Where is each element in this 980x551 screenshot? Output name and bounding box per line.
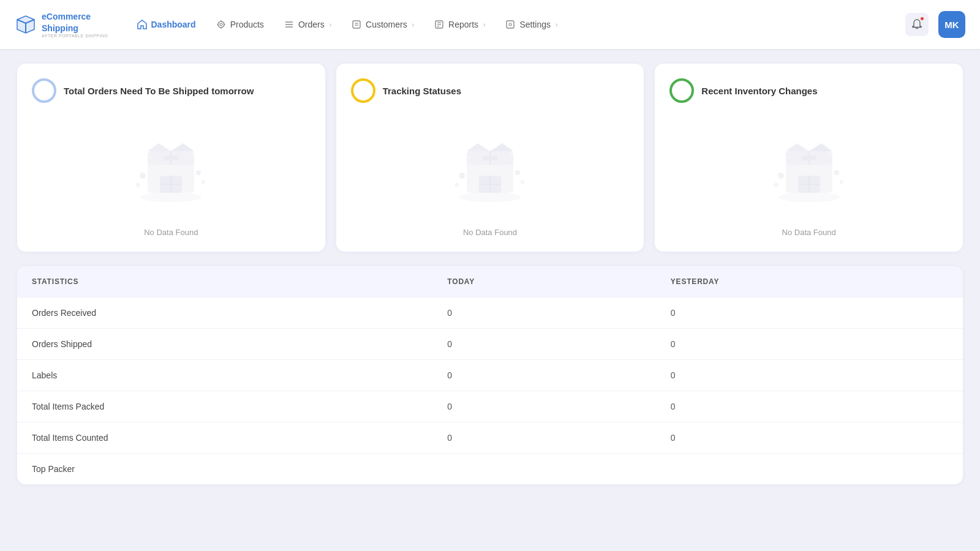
settings-chevron: › (556, 21, 557, 28)
status-ring-blue (32, 78, 56, 103)
table-row: Total Items Counted 0 0 (17, 422, 963, 454)
notification-dot (920, 17, 924, 21)
stats-col-header-yesterday: YESTERDAY (656, 266, 963, 298)
status-ring-yellow (351, 78, 375, 103)
stats-row-yesterday: 0 (656, 422, 963, 454)
svg-point-42 (467, 156, 470, 159)
card-body-tracking: No Data Found (351, 113, 630, 237)
card-title-total-orders: Total Orders Need To Be Shipped tomorrow (64, 86, 254, 96)
svg-point-32 (459, 192, 521, 202)
svg-point-37 (459, 173, 465, 179)
stats-row-yesterday: 0 (656, 329, 963, 360)
user-avatar-button[interactable]: MK (938, 11, 965, 38)
svg-rect-22 (164, 156, 178, 160)
nav-item-orders[interactable]: Orders › (275, 14, 340, 35)
main-content: Total Orders Need To Be Shipped tomorrow (0, 49, 980, 499)
svg-point-56 (786, 156, 790, 159)
stats-table-header-row: STATISTICS TODAY YESTERDAY (17, 266, 963, 298)
no-data-label-3: No Data Found (782, 228, 836, 237)
svg-point-51 (778, 173, 784, 179)
stats-row-today (432, 454, 655, 485)
stats-row-label: Orders Shipped (17, 329, 432, 360)
settings-icon (505, 19, 516, 30)
svg-rect-50 (802, 156, 816, 160)
notification-bell-button[interactable] (905, 13, 929, 36)
stats-col-header-today: TODAY (432, 266, 655, 298)
stats-table-body: Orders Received 0 0 Orders Shipped 0 0 L… (17, 298, 963, 485)
nav-item-products[interactable]: Products (207, 14, 273, 35)
empty-box-illustration-3 (760, 118, 858, 216)
card-total-orders: Total Orders Need To Be Shipped tomorrow (17, 64, 325, 252)
svg-point-27 (190, 152, 194, 156)
home-icon (137, 19, 148, 30)
svg-point-23 (140, 173, 146, 179)
svg-rect-16 (507, 21, 514, 28)
nav-item-reports[interactable]: Reports › (425, 14, 494, 35)
stats-row-yesterday: 0 (656, 298, 963, 329)
orders-icon (284, 19, 295, 30)
svg-point-0 (218, 21, 224, 28)
svg-point-52 (774, 183, 778, 187)
stats-row-today: 0 (432, 422, 655, 454)
svg-point-38 (454, 183, 459, 187)
card-body-inventory: No Data Found (669, 113, 948, 237)
card-body-total-orders: No Data Found (32, 113, 311, 237)
card-header-inventory: Recent Inventory Changes (669, 78, 817, 103)
stats-table: STATISTICS TODAY YESTERDAY Orders Receiv… (17, 266, 963, 484)
no-data-label-1: No Data Found (144, 228, 198, 237)
customers-chevron: › (412, 21, 414, 28)
table-row: Orders Shipped 0 0 (17, 329, 963, 360)
nav-item-customers[interactable]: Customers › (342, 14, 423, 35)
svg-rect-36 (483, 156, 497, 160)
stats-row-today: 0 (432, 391, 655, 422)
svg-point-28 (149, 156, 152, 159)
logo-text: eCommerce Shipping AFTER PORTABLE SHIPPI… (42, 10, 108, 39)
brand-logo[interactable]: eCommerce Shipping AFTER PORTABLE SHIPPI… (15, 10, 108, 39)
svg-point-1 (220, 23, 222, 26)
stats-row-label: Labels (17, 360, 432, 391)
stats-row-yesterday: 0 (656, 391, 963, 422)
stats-row-yesterday: 0 (656, 360, 963, 391)
svg-point-41 (510, 152, 513, 156)
nav-item-settings[interactable]: Settings › (496, 14, 566, 35)
card-inventory-changes: Recent Inventory Changes (655, 64, 963, 252)
stats-col-header-label: STATISTICS (17, 266, 432, 298)
stats-row-today: 0 (432, 329, 655, 360)
card-title-inventory: Recent Inventory Changes (701, 86, 817, 96)
svg-rect-9 (353, 21, 360, 28)
table-row: Total Items Packed 0 0 (17, 391, 963, 422)
svg-point-46 (778, 192, 840, 202)
orders-chevron: › (330, 21, 331, 28)
stats-row-label: Total Items Counted (17, 422, 432, 454)
table-row: Labels 0 0 (17, 360, 963, 391)
navbar: eCommerce Shipping AFTER PORTABLE SHIPPI… (0, 0, 980, 49)
svg-point-24 (136, 183, 140, 187)
stats-section: STATISTICS TODAY YESTERDAY Orders Receiv… (17, 266, 963, 484)
stats-row-label: Orders Received (17, 298, 432, 329)
reports-chevron: › (483, 21, 485, 28)
card-header-tracking: Tracking Statuses (351, 78, 461, 103)
stats-row-today: 0 (432, 360, 655, 391)
stats-row-today: 0 (432, 298, 655, 329)
stats-row-label: Top Packer (17, 454, 432, 485)
stats-row-yesterday (656, 454, 963, 485)
products-icon (216, 19, 227, 30)
customers-icon (351, 19, 362, 30)
empty-box-illustration-1 (122, 118, 220, 216)
nav-item-dashboard[interactable]: Dashboard (128, 14, 205, 35)
empty-box-illustration-2 (441, 118, 539, 216)
no-data-label-2: No Data Found (463, 228, 517, 237)
header-right: MK (905, 11, 965, 38)
svg-point-55 (829, 152, 832, 156)
svg-point-54 (840, 180, 843, 184)
cards-row: Total Orders Need To Be Shipped tomorrow (17, 64, 963, 252)
logo-icon (15, 13, 37, 36)
main-nav: Dashboard Products (128, 14, 906, 35)
svg-point-26 (202, 180, 205, 184)
table-row: Orders Received 0 0 (17, 298, 963, 329)
card-header-total-orders: Total Orders Need To Be Shipped tomorrow (32, 78, 254, 103)
svg-point-18 (140, 192, 202, 202)
reports-icon (434, 19, 445, 30)
card-title-tracking: Tracking Statuses (383, 86, 461, 96)
svg-point-25 (196, 170, 201, 175)
